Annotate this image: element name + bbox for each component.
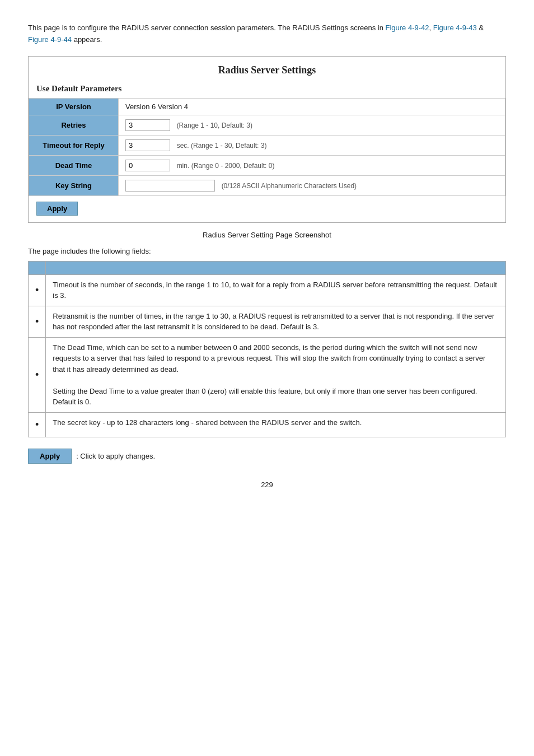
label-timeout: Timeout for Reply [29, 135, 119, 155]
label-keystring: Key String [29, 175, 119, 195]
desc-table-header [29, 261, 506, 274]
retries-input[interactable] [125, 119, 170, 131]
fig-link-2[interactable]: Figure 4-9-43 [433, 24, 477, 32]
apply-button[interactable]: Apply [36, 202, 78, 216]
value-keystring: (0/128 ASCII Alphanumeric Characters Use… [119, 175, 505, 195]
bullet-0: • [29, 274, 46, 306]
desc-text-1: Retransmit is the number of times, in th… [46, 306, 506, 337]
settings-box: Radius Server Settings Use Default Param… [28, 56, 506, 223]
settings-title: Radius Server Settings [29, 57, 505, 81]
settings-subtitle: Use Default Parameters [29, 81, 505, 98]
fig-link-3[interactable]: Figure 4-9-44 [28, 35, 72, 44]
bottom-apply-desc: : Click to apply changes. [76, 452, 155, 460]
desc-text-3: The secret key - up to 128 characters lo… [46, 412, 506, 437]
value-deadtime: min. (Range 0 - 2000, Default: 0) [119, 155, 505, 175]
value-timeout: sec. (Range 1 - 30, Default: 3) [119, 135, 505, 155]
desc-text-0: Timeout is the number of seconds, in the… [46, 274, 506, 306]
value-ip-version: Version 6 Version 4 [119, 98, 505, 115]
label-retries: Retries [29, 115, 119, 135]
bullet-2: • [29, 337, 46, 412]
apply-area: Apply [29, 196, 505, 222]
fig-link-1[interactable]: Figure 4-9-42 [386, 24, 429, 32]
desc-row-3: • The secret key - up to 128 characters … [29, 412, 506, 437]
label-ip-version: IP Version [29, 98, 119, 115]
desc-table: • Timeout is the number of seconds, in t… [28, 261, 506, 437]
header-bullet-col [29, 261, 46, 274]
fields-intro: The page includes the following fields: [28, 247, 506, 255]
screenshot-caption: Radius Server Setting Page Screenshot [28, 231, 506, 239]
desc-row-1: • Retransmit is the number of times, in … [29, 306, 506, 337]
timeout-hint: sec. (Range 1 - 30, Default: 3) [177, 142, 267, 150]
label-deadtime: Dead Time [29, 155, 119, 175]
bottom-apply-area: Apply : Click to apply changes. [28, 449, 506, 464]
keystring-input[interactable] [125, 180, 215, 192]
desc-row-2: • The Dead Time, which can be set to a n… [29, 337, 506, 412]
timeout-input[interactable] [125, 139, 170, 151]
settings-table: IP Version Version 6 Version 4 Retries (… [29, 98, 505, 196]
value-retries: (Range 1 - 10, Default: 3) [119, 115, 505, 135]
header-desc-col [46, 261, 506, 274]
table-row-keystring: Key String (0/128 ASCII Alphanumeric Cha… [29, 175, 505, 195]
intro-suffix: appears. [72, 35, 102, 44]
table-row-deadtime: Dead Time min. (Range 0 - 2000, Default:… [29, 155, 505, 175]
keystring-hint: (0/128 ASCII Alphanumeric Characters Use… [222, 182, 357, 190]
intro-paragraph: This page is to configure the RADIUS ser… [28, 22, 506, 46]
retries-hint: (Range 1 - 10, Default: 3) [177, 122, 252, 129]
bullet-1: • [29, 306, 46, 337]
bullet-3: • [29, 412, 46, 437]
page-number: 229 [28, 480, 506, 489]
intro-text: This page is to configure the RADIUS ser… [28, 24, 386, 32]
desc-row-0: • Timeout is the number of seconds, in t… [29, 274, 506, 306]
deadtime-hint: min. (Range 0 - 2000, Default: 0) [177, 162, 275, 170]
bottom-apply-button[interactable]: Apply [28, 449, 72, 464]
table-row-timeout: Timeout for Reply sec. (Range 1 - 30, De… [29, 135, 505, 155]
table-row-retries: Retries (Range 1 - 10, Default: 3) [29, 115, 505, 135]
desc-text-2: The Dead Time, which can be set to a num… [46, 337, 506, 412]
deadtime-input[interactable] [125, 160, 170, 171]
table-row-ip: IP Version Version 6 Version 4 [29, 98, 505, 115]
